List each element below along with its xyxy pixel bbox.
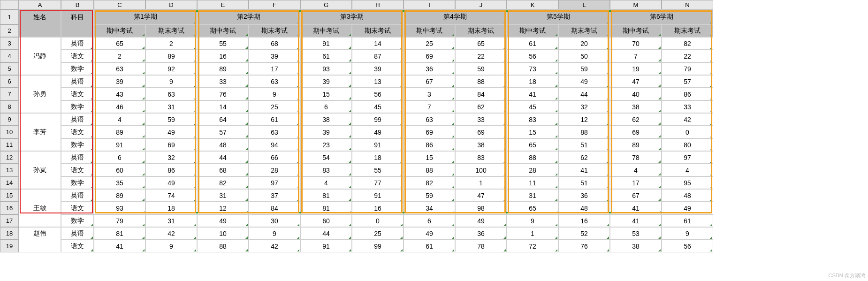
score-cell[interactable]: 9	[145, 75, 197, 88]
row-header-11[interactable]: 11	[0, 138, 19, 151]
score-cell[interactable]: 22	[455, 50, 507, 62]
score-cell[interactable]: 88	[507, 151, 558, 164]
score-cell[interactable]: 70	[610, 37, 662, 50]
score-cell[interactable]: 61	[507, 37, 558, 50]
score-cell[interactable]: 25	[404, 37, 455, 50]
score-cell[interactable]: 61	[662, 214, 713, 227]
column-header-C[interactable]: C	[94, 0, 145, 9]
score-cell[interactable]: 9	[249, 88, 300, 100]
score-cell[interactable]: 77	[352, 176, 404, 189]
score-cell[interactable]: 78	[455, 240, 507, 252]
score-cell[interactable]: 80	[662, 138, 713, 151]
row-header-19[interactable]: 19	[0, 240, 19, 252]
score-cell[interactable]: 66	[249, 151, 300, 164]
score-cell[interactable]: 49	[558, 75, 610, 88]
column-header-A[interactable]: A	[19, 0, 61, 9]
score-cell[interactable]: 36	[404, 62, 455, 75]
score-cell[interactable]: 87	[352, 50, 404, 62]
score-cell[interactable]: 38	[610, 240, 662, 252]
column-header-G[interactable]: G	[300, 0, 352, 9]
score-cell[interactable]: 81	[300, 202, 352, 214]
column-header-K[interactable]: K	[507, 0, 558, 9]
row-header-16[interactable]: 16	[0, 202, 19, 214]
score-cell[interactable]: 49	[404, 227, 455, 240]
score-cell[interactable]: 67	[610, 189, 662, 202]
score-cell[interactable]: 69	[455, 126, 507, 138]
score-cell[interactable]: 89	[94, 189, 145, 202]
score-cell[interactable]: 97	[662, 151, 713, 164]
score-cell[interactable]: 91	[352, 189, 404, 202]
score-cell[interactable]: 41	[94, 240, 145, 252]
score-cell[interactable]: 2	[145, 37, 197, 50]
score-cell[interactable]: 83	[300, 164, 352, 176]
score-cell[interactable]: 34	[404, 202, 455, 214]
score-cell[interactable]: 47	[455, 189, 507, 202]
score-cell[interactable]: 62	[455, 100, 507, 113]
score-cell[interactable]: 84	[249, 202, 300, 214]
score-cell[interactable]: 86	[145, 164, 197, 176]
score-cell[interactable]: 91	[94, 138, 145, 151]
score-cell[interactable]: 55	[352, 164, 404, 176]
score-cell[interactable]: 91	[300, 240, 352, 252]
score-cell[interactable]: 60	[300, 214, 352, 227]
score-cell[interactable]: 44	[300, 227, 352, 240]
score-cell[interactable]: 91	[300, 37, 352, 50]
score-cell[interactable]: 3	[404, 88, 455, 100]
score-cell[interactable]: 4	[662, 164, 713, 176]
score-cell[interactable]: 68	[249, 37, 300, 50]
spreadsheet-grid[interactable]: ABCDEFGHIJKLMN1姓名科目第1学期第2学期第3学期第4学期第5学期第…	[0, 0, 868, 252]
score-cell[interactable]: 61	[249, 113, 300, 126]
column-header-N[interactable]: N	[662, 0, 713, 9]
score-cell[interactable]: 11	[507, 176, 558, 189]
score-cell[interactable]: 48	[662, 189, 713, 202]
score-cell[interactable]: 49	[662, 202, 713, 214]
row-header-9[interactable]: 9	[0, 113, 19, 126]
score-cell[interactable]: 44	[558, 88, 610, 100]
score-cell[interactable]: 59	[558, 62, 610, 75]
score-cell[interactable]: 82	[404, 176, 455, 189]
row-header-5[interactable]: 5	[0, 62, 19, 75]
score-cell[interactable]: 1	[455, 176, 507, 189]
score-cell[interactable]: 54	[300, 151, 352, 164]
score-cell[interactable]: 0	[662, 126, 713, 138]
score-cell[interactable]: 86	[662, 88, 713, 100]
row-header-10[interactable]: 10	[0, 126, 19, 138]
score-cell[interactable]: 16	[197, 50, 249, 62]
score-cell[interactable]: 49	[455, 214, 507, 227]
score-cell[interactable]: 61	[404, 240, 455, 252]
score-cell[interactable]: 17	[249, 62, 300, 75]
score-cell[interactable]: 89	[610, 138, 662, 151]
score-cell[interactable]: 41	[558, 164, 610, 176]
score-cell[interactable]: 10	[197, 227, 249, 240]
score-cell[interactable]: 49	[145, 176, 197, 189]
score-cell[interactable]: 93	[300, 62, 352, 75]
row-header-13[interactable]: 13	[0, 164, 19, 176]
score-cell[interactable]: 20	[558, 37, 610, 50]
score-cell[interactable]: 15	[507, 126, 558, 138]
score-cell[interactable]: 36	[455, 227, 507, 240]
score-cell[interactable]: 9	[145, 240, 197, 252]
score-cell[interactable]: 93	[94, 202, 145, 214]
score-cell[interactable]: 63	[249, 126, 300, 138]
score-cell[interactable]: 63	[404, 113, 455, 126]
score-cell[interactable]: 38	[300, 113, 352, 126]
score-cell[interactable]: 82	[662, 37, 713, 50]
score-cell[interactable]: 81	[94, 227, 145, 240]
score-cell[interactable]: 68	[197, 164, 249, 176]
score-cell[interactable]: 14	[352, 37, 404, 50]
score-cell[interactable]: 33	[197, 75, 249, 88]
score-cell[interactable]: 17	[610, 176, 662, 189]
score-cell[interactable]: 100	[455, 164, 507, 176]
score-cell[interactable]: 25	[249, 100, 300, 113]
score-cell[interactable]: 31	[145, 100, 197, 113]
score-cell[interactable]: 65	[507, 138, 558, 151]
score-cell[interactable]: 57	[662, 75, 713, 88]
score-cell[interactable]: 89	[145, 50, 197, 62]
row-header-18[interactable]: 18	[0, 227, 19, 240]
score-cell[interactable]: 33	[455, 113, 507, 126]
score-cell[interactable]: 39	[300, 126, 352, 138]
score-cell[interactable]: 64	[197, 113, 249, 126]
score-cell[interactable]: 28	[249, 164, 300, 176]
score-cell[interactable]: 88	[558, 126, 610, 138]
score-cell[interactable]: 65	[94, 37, 145, 50]
